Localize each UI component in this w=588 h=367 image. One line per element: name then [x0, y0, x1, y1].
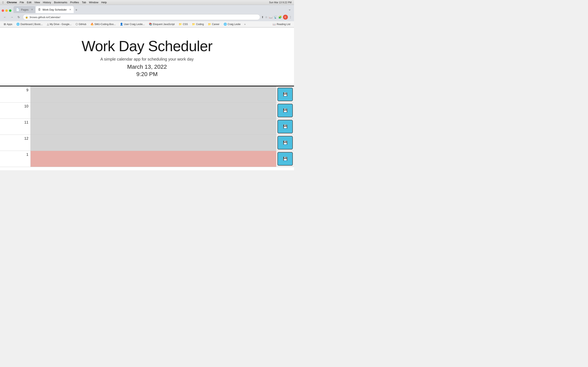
hour-label-9: 9 — [0, 86, 31, 102]
share-icon[interactable]: ⬆ — [261, 16, 264, 19]
user-craig-icon: 👤 — [120, 23, 123, 26]
apple-logo[interactable]:  — [2, 1, 3, 4]
bookmark-career-label: Career — [212, 23, 219, 26]
tab-pages[interactable]: 📄 Pages ✕ — [13, 6, 35, 13]
bookmark-eloquent[interactable]: 📚 Eloquent JavaScript — [147, 22, 176, 26]
save-icon-9: 💾 — [283, 92, 287, 97]
menu-view[interactable]: View — [34, 1, 40, 4]
bookmarks-bar: ⊞ Apps 🌐 Dashboard | Bootc... △ My Drive… — [0, 21, 294, 27]
save-icon-12: 💾 — [283, 141, 287, 145]
coding-folder-icon: 📁 — [192, 23, 195, 26]
tab-list-icon[interactable]: ⌄ — [287, 6, 292, 12]
extensions-icon[interactable]: 🧩 — [278, 16, 282, 19]
bookmark-apps-label: Apps — [7, 23, 12, 26]
bookmark-drive-label: My Drive - Google... — [50, 23, 72, 26]
system-time: Sun Mar 13 9:22 PM — [269, 1, 292, 4]
bookmark-coding-label: Coding — [196, 23, 204, 26]
menu-bookmarks[interactable]: Bookmarks — [54, 1, 67, 4]
app-time: 9:20 PM — [4, 71, 290, 77]
bookmark-user-craig[interactable]: 👤 User Craig Leslie... — [118, 22, 146, 26]
smu-icon: 🔥 — [90, 23, 94, 26]
reading-list-icon: 📖 — [273, 23, 276, 26]
pages-tab-icon: 📄 — [16, 8, 19, 11]
reading-list-button[interactable]: 📖 Reading List — [271, 22, 292, 26]
bookmark-apps[interactable]: ⊞ Apps — [2, 22, 14, 26]
time-block-9[interactable] — [31, 86, 276, 102]
save-button-10[interactable]: 💾 — [277, 104, 293, 117]
menu-edit[interactable]: Edit — [27, 1, 31, 4]
bookmark-coding[interactable]: 📁 Coding — [190, 22, 205, 26]
tab-scheduler[interactable]: 🗓 Work Day Scheduler ✕ — [35, 6, 74, 13]
reader-icon[interactable]: 📖 — [269, 16, 272, 19]
cast-icon[interactable]: 📡 — [274, 16, 277, 19]
titlebar:  Chrome File Edit View History Bookmark… — [0, 0, 294, 5]
new-tab-button[interactable]: + — [74, 7, 79, 13]
reload-button[interactable]: ↻ — [16, 14, 22, 20]
bookmark-css-label: CSS — [183, 23, 188, 26]
app-date: March 13, 2022 — [4, 64, 290, 70]
schedule-row-1: 1 💾 — [0, 151, 294, 167]
menu-chrome[interactable]: Chrome — [7, 1, 17, 4]
window-maximize-button[interactable] — [9, 9, 11, 12]
bookmarks-more-button[interactable]: » — [243, 22, 247, 26]
bookmark-dashboard-label: Dashboard | Bootc... — [20, 23, 43, 26]
bookmark-drive[interactable]: △ My Drive - Google... — [45, 22, 73, 26]
bookmark-user-craig-label: User Craig Leslie... — [124, 23, 145, 26]
save-icon-1: 💾 — [283, 157, 287, 161]
hour-label-12: 12 — [0, 135, 31, 151]
bookmark-css[interactable]: 📁 CSS — [177, 22, 190, 26]
browser-content: Work Day Scheduler A simple calendar app… — [0, 27, 294, 170]
save-button-9[interactable]: 💾 — [277, 88, 293, 101]
bookmark-github-label: GitHub — [79, 23, 86, 26]
drive-icon: △ — [47, 23, 49, 26]
bookmark-dashboard[interactable]: 🌐 Dashboard | Bootc... — [15, 22, 44, 26]
menu-file[interactable]: File — [20, 1, 24, 4]
scheduler: 9 💾 10 💾 11 💾 12 💾 — [0, 86, 294, 167]
menu-window[interactable]: Window — [89, 1, 98, 4]
app-subtitle: A simple calendar app for scheduling you… — [4, 57, 290, 62]
scheduler-tab-label: Work Day Scheduler — [43, 8, 67, 11]
save-icon-10: 💾 — [283, 108, 287, 113]
scheduler-tab-icon: 🗓 — [38, 8, 41, 11]
url-text: 3roses.github.io/Calendar/ — [29, 16, 61, 19]
reading-list-label: Reading List — [277, 23, 290, 26]
pages-tab-close[interactable]: ✕ — [31, 8, 33, 11]
schedule-row-9: 9 💾 — [0, 86, 294, 103]
bookmark-github[interactable]: ⬡ GitHub — [74, 22, 88, 26]
time-block-1[interactable] — [31, 151, 276, 167]
forward-button[interactable]: → — [9, 14, 15, 20]
menu-profiles[interactable]: Profiles — [70, 1, 79, 4]
address-bar[interactable]: 🔒 3roses.github.io/Calendar/ — [23, 14, 260, 20]
menu-history[interactable]: History — [43, 1, 51, 4]
dashboard-icon: 🌐 — [16, 23, 20, 26]
bookmark-smu[interactable]: 🔥 SMU-Coding-Boo... — [89, 22, 117, 26]
career-folder-icon: 📁 — [208, 23, 211, 26]
bookmark-craig-leslie[interactable]: 🌐 Craig Leslie — [222, 22, 242, 26]
lock-icon: 🔒 — [25, 16, 28, 18]
window-close-button[interactable] — [2, 9, 4, 12]
hour-label-10: 10 — [0, 103, 31, 118]
app-header: Work Day Scheduler A simple calendar app… — [0, 27, 294, 86]
menu-tab[interactable]: Tab — [82, 1, 86, 4]
bookmark-craig-leslie-label: Craig Leslie — [228, 23, 241, 26]
back-button[interactable]: ← — [2, 14, 8, 20]
craig-leslie-icon: 🌐 — [224, 23, 227, 26]
menu-dots-icon[interactable]: ⋮ — [289, 16, 292, 19]
bookmark-career[interactable]: 📁 Career — [206, 22, 221, 26]
bookmark-star-icon[interactable]: ☆ — [265, 16, 268, 19]
address-bar-row: ← → ↻ 🔒 3roses.github.io/Calendar/ ⬆ ☆ 📖… — [0, 13, 294, 21]
time-block-12[interactable] — [31, 135, 276, 151]
scheduler-tab-close[interactable]: ✕ — [69, 8, 71, 11]
titlebar-left:  Chrome File Edit View History Bookmark… — [2, 1, 107, 4]
hour-label-1: 1 — [0, 151, 31, 167]
save-button-1[interactable]: 💾 — [277, 152, 293, 166]
save-button-12[interactable]: 💾 — [277, 136, 293, 150]
time-block-11[interactable] — [31, 119, 276, 134]
save-button-11[interactable]: 💾 — [277, 120, 293, 133]
menu-help[interactable]: Help — [101, 1, 107, 4]
time-block-10[interactable] — [31, 103, 276, 118]
profile-avatar[interactable]: C — [283, 15, 288, 20]
app-title: Work Day Scheduler — [4, 38, 290, 54]
github-icon: ⬡ — [76, 23, 78, 26]
window-minimize-button[interactable] — [5, 9, 8, 12]
